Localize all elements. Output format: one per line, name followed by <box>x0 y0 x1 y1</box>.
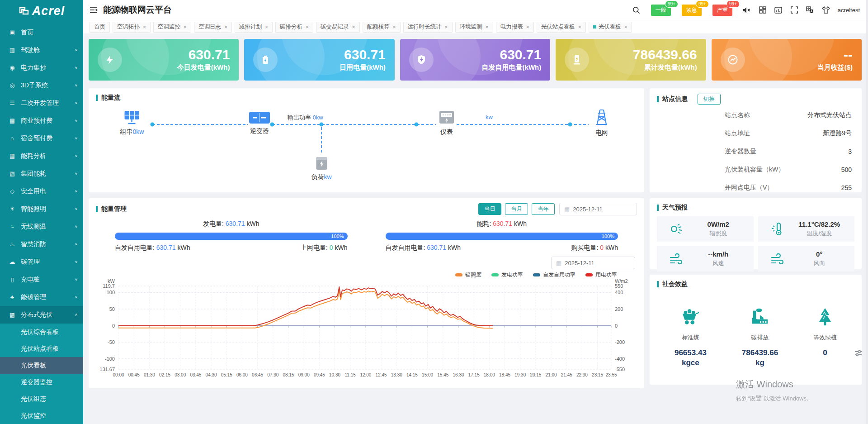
translate-icon[interactable] <box>806 6 814 14</box>
sidebar-item[interactable]: ▣ 首页 ∨ <box>0 24 83 41</box>
sidebar-item[interactable]: ☀ 智能照明 ∨ <box>0 200 83 218</box>
grid-node[interactable]: 电网 <box>595 108 609 137</box>
tab-close-icon[interactable]: × <box>224 24 227 30</box>
tab[interactable]: 空调日志 × <box>194 22 232 33</box>
sidebar-item[interactable]: ♣ 能碳管理 ∨ <box>0 288 83 306</box>
pv-value: 0kw <box>133 128 144 135</box>
mute-icon[interactable] <box>743 6 751 14</box>
tab[interactable]: 减排计划 × <box>235 22 273 33</box>
legend-item[interactable]: 自发自用功率 <box>533 271 576 279</box>
svg-text:22:30: 22:30 <box>576 372 588 377</box>
tab[interactable]: 空调监控 × <box>153 22 191 33</box>
meter-node[interactable]: 仪表 <box>439 110 455 136</box>
legend-item[interactable]: 用电功率 <box>585 271 617 279</box>
sidebar-item[interactable]: ⌂ 宿舍预付费 ∨ <box>0 129 83 147</box>
sidebar-subitem[interactable]: 光伏监控 <box>0 407 83 424</box>
site-info-title: 站点信息 <box>662 95 688 103</box>
power-grid-icon <box>595 108 609 125</box>
chart-box-icon[interactable] <box>774 6 783 14</box>
acrel-logo-text: Acrel <box>32 4 65 18</box>
sidebar-item[interactable]: ▥ 驾驶舱 ∨ <box>0 41 83 59</box>
tab[interactable]: 首页 × <box>90 22 110 33</box>
tab[interactable]: 电力报表 × <box>496 22 534 33</box>
username[interactable]: acreltest <box>838 7 860 14</box>
sidebar-item-icon: ☰ <box>8 100 16 106</box>
sidebar-item[interactable]: ▧ 集团能耗 ∨ <box>0 165 83 182</box>
tab[interactable]: 运行时长统计 × <box>403 22 453 33</box>
sidebar-item[interactable]: ▦ 能耗分析 ∨ <box>0 147 83 165</box>
tab-close-icon[interactable]: × <box>352 24 355 30</box>
sidebar-subitem[interactable]: 逆变器监控 <box>0 374 83 391</box>
search-icon[interactable] <box>632 6 641 14</box>
alarm-badge[interactable]: 一般 99+ <box>651 5 671 16</box>
sidebar-item[interactable]: ≈ 无线测温 ∨ <box>0 218 83 235</box>
sidebar-subitem[interactable]: 光伏看板 <box>0 357 83 374</box>
tab-close-icon[interactable]: × <box>445 24 448 30</box>
range-button[interactable]: 当年 <box>532 203 555 215</box>
svg-text:21:00: 21:00 <box>546 372 557 377</box>
tab-close-icon[interactable]: × <box>624 24 627 30</box>
tab[interactable]: 光伏站点看板 × <box>537 22 586 33</box>
sidebar-subitem[interactable]: 光伏综合看板 <box>0 324 83 340</box>
tab-close-icon[interactable]: × <box>184 24 187 30</box>
sidebar-item[interactable]: ▤ 商业预付费 ∨ <box>0 112 83 129</box>
collapse-sidebar-icon[interactable] <box>90 6 98 14</box>
generation-value: 630.71 <box>226 220 245 227</box>
tab[interactable]: 配额核算 × <box>363 22 401 33</box>
sidebar-item-icon: ▩ <box>8 311 16 318</box>
sidebar-item[interactable]: ◇ 安全用电 ∨ <box>0 182 83 200</box>
tab[interactable]: 光伏看板 × <box>589 22 632 33</box>
switch-site-button[interactable]: 切换 <box>698 94 721 105</box>
tab-label: 首页 <box>94 23 105 31</box>
tab[interactable]: 环境监测 × <box>455 22 493 33</box>
tab-close-icon[interactable]: × <box>143 24 146 30</box>
range-button[interactable]: 当日 <box>478 203 501 215</box>
sidebar-item-label: 能耗分析 <box>21 152 46 160</box>
sidebar-subitem[interactable]: 光伏站点看板 <box>0 340 83 357</box>
weather-value: 11.1°C/82.2% <box>784 220 855 228</box>
alarm-badge[interactable]: 严重 99+ <box>712 5 732 16</box>
acrel-logo[interactable]: Acrel <box>0 0 83 22</box>
tab[interactable]: 空调拓扑 × <box>113 22 151 33</box>
range-button[interactable]: 当月 <box>505 203 528 215</box>
tab-close-icon[interactable]: × <box>393 24 396 30</box>
tab-close-icon[interactable]: × <box>486 24 489 30</box>
feed-in-value: 0 <box>330 244 333 251</box>
tab[interactable]: 碳交易记录 × <box>316 22 360 33</box>
pv-string-node[interactable]: 组串0kw <box>120 110 144 136</box>
tab-close-icon[interactable]: × <box>306 24 309 30</box>
sidebar-item[interactable]: ☰ 二次开发管理 ∨ <box>0 94 83 112</box>
tab-close-icon[interactable]: × <box>265 24 268 30</box>
sidebar-item-icon: ☁ <box>8 258 16 265</box>
legend-item[interactable]: 发电功率 <box>491 271 523 279</box>
factory-icon <box>750 307 770 326</box>
load-node[interactable]: 负荷kw <box>311 155 331 181</box>
acrel-logo-icon <box>19 6 29 16</box>
svg-text:10:30: 10:30 <box>329 372 340 377</box>
chart-date-picker[interactable]: ▦ 2025-12-11 <box>551 257 635 269</box>
legend-item[interactable]: 辐照度 <box>455 271 481 279</box>
scrollbar[interactable] <box>866 0 868 424</box>
wind-icon <box>669 252 683 266</box>
alarm-badge[interactable]: 紧急 99+ <box>682 5 702 16</box>
bolt-icon <box>98 48 122 72</box>
sidebar-item[interactable]: ☁ 碳管理 ∨ <box>0 253 83 271</box>
tab-close-icon[interactable]: × <box>578 24 581 30</box>
fullscreen-icon[interactable] <box>790 6 798 14</box>
sidebar-item[interactable]: ♨ 智慧消防 ∨ <box>0 235 83 253</box>
tab-label: 光伏看板 <box>599 23 621 31</box>
sidebar-item[interactable]: ◎ 3D子系统 ∨ <box>0 76 83 94</box>
sidebar-item[interactable]: ◉ 电力集抄 ∨ <box>0 59 83 76</box>
sidebar-item[interactable]: ▯ 充电桩 ∨ <box>0 271 83 288</box>
settings-slider-icon[interactable] <box>854 349 862 359</box>
sidebar-subitem[interactable]: 光伏组态 <box>0 391 83 407</box>
theme-shirt-icon[interactable] <box>822 6 830 14</box>
tab[interactable]: 碳排分析 × <box>275 22 313 33</box>
tab-close-icon[interactable]: × <box>526 24 529 30</box>
inverter-node[interactable]: 逆变器 <box>249 112 270 135</box>
svg-text:kW: kW <box>108 279 115 284</box>
sidebar-item[interactable]: ▩ 分布式光伏 ∨ <box>0 306 83 324</box>
date-picker[interactable]: ▦ 2025-12-11 <box>559 203 637 215</box>
apps-grid-icon[interactable] <box>759 6 767 14</box>
svg-text:06:00: 06:00 <box>236 372 248 377</box>
